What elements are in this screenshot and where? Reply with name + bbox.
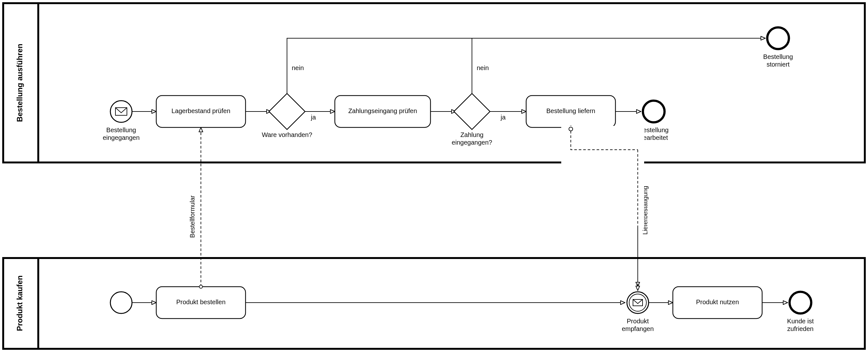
- svg-rect-39: [561, 126, 644, 228]
- svg-point-26: [110, 292, 132, 313]
- task-deliver: Bestellung liefern: [526, 96, 615, 128]
- label-gw1-yes: ja: [311, 114, 316, 121]
- svg-text:Zahlung: Zahlung: [461, 131, 484, 138]
- start-event-customer: [110, 292, 132, 313]
- svg-text:Kunde ist: Kunde ist: [787, 318, 814, 325]
- svg-point-36: [789, 292, 811, 313]
- pool-top-label: Bestellung ausführen: [15, 44, 24, 122]
- pool-bottom-label: Produkt kaufen: [15, 276, 24, 331]
- svg-text:Produkt nutzen: Produkt nutzen: [696, 298, 739, 306]
- svg-text:Lagerbestand prüfen: Lagerbestand prüfen: [172, 107, 230, 114]
- svg-text:storniert: storniert: [767, 61, 790, 68]
- task-check-payment: Zahlungseingang prüfen: [335, 96, 431, 128]
- svg-text:Zahlungseingang prüfen: Zahlungseingang prüfen: [348, 107, 417, 114]
- svg-text:Produkt bestellen: Produkt bestellen: [176, 298, 226, 306]
- label-gw1-no: nein: [292, 64, 304, 71]
- task-order-product: Produkt bestellen: [156, 287, 246, 319]
- task-check-stock: Lagerbestand prüfen: [156, 96, 246, 128]
- bpmn-diagram: Bestellung ausführen Bestellung eingegan…: [0, 0, 868, 352]
- svg-text:eingegangen: eingegangen: [103, 134, 140, 141]
- task-use-product: Produkt nutzen: [673, 287, 762, 319]
- svg-text:Bestellung: Bestellung: [763, 53, 793, 60]
- svg-point-18: [643, 101, 664, 122]
- svg-rect-42: [634, 126, 641, 149]
- svg-text:Bestellung: Bestellung: [106, 127, 136, 134]
- svg-text:Ware vorhanden?: Ware vorhanden?: [262, 131, 312, 138]
- msgflow-delivery-source-dot: [569, 127, 573, 131]
- label-gw2-yes: ja: [500, 114, 506, 121]
- label-gw2-no: nein: [477, 64, 489, 71]
- svg-text:Bestellung liefern: Bestellung liefern: [546, 107, 595, 114]
- svg-text:eingegangen?: eingegangen?: [452, 139, 492, 146]
- svg-text:Produkt: Produkt: [627, 318, 649, 325]
- msgflow-order-form-label: Bestellformular: [189, 195, 196, 238]
- svg-text:empfangen: empfangen: [622, 325, 654, 332]
- svg-point-21: [767, 27, 789, 49]
- svg-text:zufrieden: zufrieden: [787, 325, 813, 332]
